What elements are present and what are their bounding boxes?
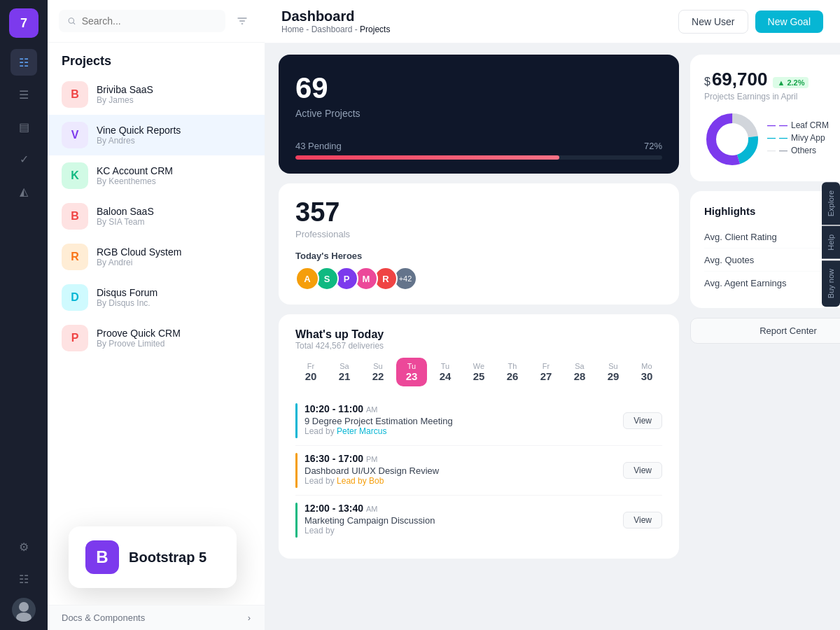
page-title: Dashboard <box>281 8 390 24</box>
date-item[interactable]: We25 <box>463 358 494 386</box>
date-day: Su <box>373 362 382 370</box>
sidebar-icon-grid2[interactable]: ☷ <box>10 566 37 592</box>
date-num: 28 <box>574 370 586 382</box>
schedule-sub: Total 424,567 deliveries <box>295 341 662 351</box>
project-by: By Keenthemes <box>97 176 173 186</box>
date-row[interactable]: Fr20Sa21Su22Tu23Tu24We25Th26Fr27Sa28Su29… <box>295 358 662 386</box>
date-day: Fr <box>307 362 314 370</box>
event-ampm: AM <box>366 405 378 414</box>
sidebar-icon-stack[interactable]: ◭ <box>10 178 37 204</box>
top-header: Dashboard Home - Dashboard - Projects Ne… <box>265 0 840 43</box>
project-info: Baloon SaaS By SIA Team <box>97 206 154 227</box>
legend-item: — Mivy App $2,820 <box>767 133 840 143</box>
report-center-button[interactable]: Report Center <box>690 318 840 344</box>
legend-item: — Others $45,257 <box>767 146 840 155</box>
app-version-badge[interactable]: 7 <box>9 8 38 38</box>
event-lead-link[interactable]: Peter Marcus <box>337 426 386 436</box>
date-num: 27 <box>540 370 552 382</box>
event-lead-link[interactable]: Lead by Bob <box>337 476 384 486</box>
breadcrumb-home[interactable]: Home <box>281 24 304 34</box>
date-day: Fr <box>542 362 550 370</box>
project-item[interactable]: V Vine Quick Reports By Andres <box>48 115 265 155</box>
date-item[interactable]: Fr27 <box>531 358 561 386</box>
project-by: By Andres <box>97 136 181 146</box>
sidebar-icon-layers[interactable]: ☰ <box>10 81 37 108</box>
project-name: Vine Quick Reports <box>97 125 181 136</box>
project-info: KC Account CRM By Keenthemes <box>97 165 173 186</box>
date-day: Tu <box>441 362 449 370</box>
event-content: 12:00 - 13:40 AM Marketing Campaign Disc… <box>304 503 616 536</box>
earnings-amount-row: $ 69,700 ▲ 2.2% <box>704 69 840 90</box>
events-list: 10:20 - 11:00 AM 9 Degree Project Estima… <box>295 396 662 545</box>
professionals-number: 357 <box>295 197 662 227</box>
date-num: 25 <box>473 370 485 382</box>
event-line <box>295 503 298 538</box>
tab-buynow[interactable]: Buy now <box>822 260 840 307</box>
sidebar-icon-check[interactable]: ✓ <box>10 146 37 172</box>
sidebar-icon-grid[interactable]: ☷ <box>10 49 37 76</box>
pending-pct: 72% <box>644 141 662 151</box>
project-item[interactable]: B Briviba SaaS By James <box>48 74 265 115</box>
schedule-title: What's up Today <box>295 328 662 341</box>
date-item[interactable]: Mo30 <box>631 358 662 386</box>
project-info: Vine Quick Reports By Andres <box>97 125 181 146</box>
breadcrumb-dash[interactable]: Dashboard <box>312 24 353 34</box>
projects-title: Projects <box>48 43 265 74</box>
right-tabs: Explore Help Buy now <box>822 182 840 307</box>
event-view-button[interactable]: View <box>623 462 662 479</box>
project-item[interactable]: D Disqus Forum By Disqus Inc. <box>48 277 265 318</box>
new-goal-button[interactable]: New Goal <box>755 10 823 33</box>
event-item: 10:20 - 11:00 AM 9 Degree Project Estima… <box>295 396 662 446</box>
avatar-circle: A <box>295 267 319 290</box>
highlight-label: Avg. Client Rating <box>704 232 777 242</box>
event-view-button[interactable]: View <box>623 412 662 429</box>
date-item[interactable]: Fr20 <box>295 358 326 386</box>
project-by: By Proove Limited <box>97 339 181 349</box>
date-item[interactable]: Su29 <box>598 358 629 386</box>
docs-bar[interactable]: Docs & Components › <box>48 605 265 630</box>
sidebar-icon-settings[interactable]: ⚙ <box>10 533 37 560</box>
date-day: Mo <box>641 362 652 370</box>
project-icon: D <box>62 284 88 311</box>
date-item[interactable]: Sa28 <box>564 358 595 386</box>
tab-explore[interactable]: Explore <box>822 182 840 225</box>
filter-icon[interactable] <box>231 10 253 32</box>
event-ampm: PM <box>366 455 378 463</box>
project-name: Proove Quick CRM <box>97 328 181 339</box>
schedule-card: What's up Today Total 424,567 deliveries… <box>279 314 679 559</box>
project-item[interactable]: K KC Account CRM By Keenthemes <box>48 155 265 196</box>
event-time: 12:00 - 13:40 AM <box>304 503 616 514</box>
project-info: RGB Cloud System By Andrei <box>97 246 181 267</box>
date-item[interactable]: Tu23 <box>396 358 427 386</box>
tab-help[interactable]: Help <box>822 226 840 259</box>
date-num: 24 <box>440 370 451 382</box>
date-item[interactable]: Sa21 <box>329 358 360 386</box>
active-projects-label: Active Projects <box>295 108 662 119</box>
legend-container: — Leaf CRM $7,660 — Mivy App $2,820 — Ot… <box>767 120 840 158</box>
earnings-badge: ▲ 2.2% <box>773 77 808 88</box>
sidebar-icon-barchart[interactable]: ▤ <box>10 113 37 140</box>
search-bar <box>48 0 265 43</box>
date-num: 29 <box>608 370 620 382</box>
date-item[interactable]: Tu24 <box>430 358 461 386</box>
project-item[interactable]: B Baloon SaaS By SIA Team <box>48 196 265 237</box>
event-view-button[interactable]: View <box>623 512 662 528</box>
earnings-dollar: $ <box>704 76 710 88</box>
date-item[interactable]: Th26 <box>497 358 528 386</box>
search-input[interactable] <box>82 15 217 27</box>
project-name: RGB Cloud System <box>97 246 181 258</box>
bootstrap-icon: B <box>85 540 119 574</box>
date-num: 22 <box>372 370 384 382</box>
event-lead: Lead by <box>304 526 616 536</box>
user-avatar[interactable] <box>12 598 36 622</box>
date-day: Th <box>508 362 517 370</box>
date-item[interactable]: Su22 <box>363 358 393 386</box>
project-item[interactable]: P Proove Quick CRM By Proove Limited <box>48 318 265 358</box>
main-content: Dashboard Home - Dashboard - Projects Ne… <box>265 0 840 630</box>
date-day: We <box>473 362 484 370</box>
search-input-wrapper[interactable] <box>59 10 225 32</box>
project-item[interactable]: R RGB Cloud System By Andrei <box>48 237 265 277</box>
new-user-button[interactable]: New User <box>678 10 748 34</box>
project-icon: R <box>62 244 88 270</box>
docs-label: Docs & Components <box>62 612 145 623</box>
